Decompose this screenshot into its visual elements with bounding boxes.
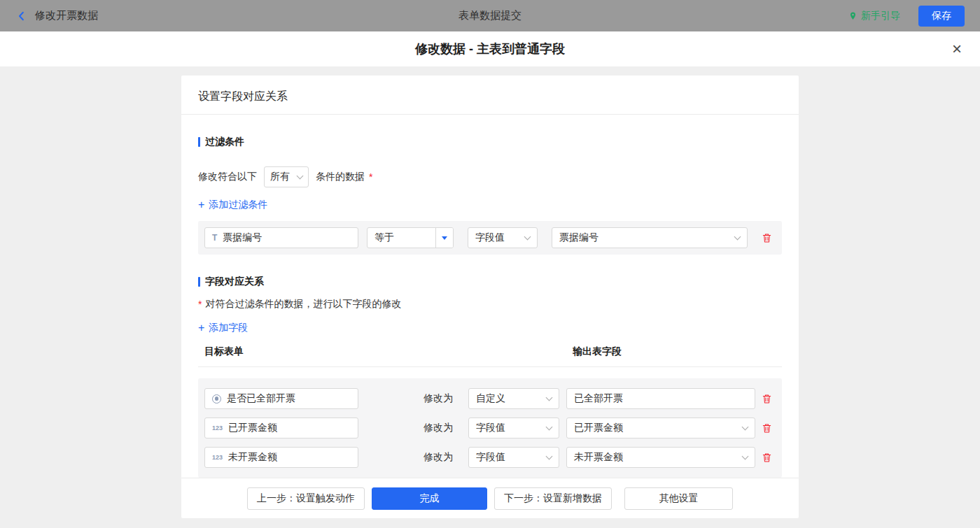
prev-step-button[interactable]: 上一步：设置触发动作	[247, 487, 365, 510]
dialog-title: 修改数据 - 主表到普通字段	[415, 41, 565, 57]
modify-type-select[interactable]: 字段值	[468, 418, 559, 438]
trash-icon	[762, 393, 772, 404]
close-icon[interactable]: ×	[952, 41, 962, 57]
filter-field-input[interactable]: T 票据编号	[204, 227, 358, 248]
number-field-icon: 123	[212, 454, 223, 461]
output-field-select[interactable]: 未开票金额	[566, 447, 755, 468]
custom-value: 已全部开票	[574, 392, 623, 405]
modify-type-value: 自定义	[476, 392, 505, 405]
caret-down-icon	[442, 236, 447, 240]
delete-row-button[interactable]	[762, 393, 772, 404]
dialog-footer: 上一步：设置触发动作 完成 下一步：设置新增数据 其他设置	[181, 478, 799, 518]
delete-row-button[interactable]	[762, 422, 772, 434]
filter-section-title: 过滤条件	[198, 136, 782, 148]
chevron-down-icon	[546, 453, 553, 460]
target-field-value: 是否已全部开票	[227, 392, 295, 405]
filter-value-type-select[interactable]: 字段值	[468, 227, 538, 248]
condition-suffix: 条件的数据	[316, 171, 365, 183]
chevron-down-icon	[297, 173, 304, 180]
value-type-value: 字段值	[475, 231, 505, 244]
filter-condition-row: T 票据编号 等于 字段值 票据编号	[198, 221, 782, 255]
dialog-body: 设置字段对应关系 过滤条件 修改符合以下 所有 条件的数据 * + 添加过滤条件	[0, 66, 980, 528]
custom-value-input[interactable]: 已全部开票	[566, 388, 755, 409]
filter-field-value: 票据编号	[223, 231, 262, 244]
target-field-input[interactable]: 123 未开票金额	[204, 447, 358, 468]
required-asterisk: *	[198, 299, 202, 310]
trash-icon	[762, 422, 772, 434]
modify-type-select[interactable]: 自定义	[468, 388, 559, 409]
add-filter-condition-link[interactable]: + 添加过滤条件	[198, 199, 267, 211]
target-field-value: 已开票金额	[228, 422, 277, 434]
add-field-link[interactable]: + 添加字段	[198, 322, 248, 334]
dialog-header: 修改数据 - 主表到普通字段 ×	[0, 31, 980, 66]
mapping-row: 123 已开票金额 修改为 字段值 已开票金额	[204, 418, 772, 438]
other-settings-button[interactable]: 其他设置	[624, 487, 733, 510]
modify-type-value: 字段值	[476, 451, 505, 464]
number-field-icon: 123	[212, 424, 223, 431]
filter-value: 票据编号	[559, 231, 598, 244]
plus-icon: +	[198, 322, 204, 334]
output-field-value: 未开票金额	[574, 451, 623, 464]
modify-to-label: 修改为	[424, 451, 453, 464]
settings-card: 设置字段对应关系 过滤条件 修改符合以下 所有 条件的数据 * + 添加过滤条件	[181, 76, 799, 518]
save-button[interactable]: 保存	[918, 6, 965, 27]
operator-value: 等于	[368, 231, 435, 244]
text-field-icon: T	[212, 233, 217, 243]
guide-label: 新手引导	[861, 10, 900, 22]
filter-value-select[interactable]: 票据编号	[552, 227, 748, 248]
card-title: 设置字段对应关系	[181, 76, 799, 115]
mapping-column-headers: 目标表单 输出表字段	[198, 345, 782, 367]
chevron-down-icon	[524, 234, 531, 241]
radio-field-icon	[212, 394, 221, 404]
chevron-down-icon	[742, 424, 749, 431]
modify-type-value: 字段值	[476, 422, 505, 434]
chevron-left-icon	[15, 10, 28, 22]
chevron-down-icon	[546, 424, 553, 431]
modify-to-label: 修改为	[424, 392, 453, 405]
mapping-row: 123 未开票金额 修改为 字段值 未开票金额	[204, 447, 772, 468]
location-pin-icon	[848, 10, 858, 22]
plus-icon: +	[198, 199, 204, 211]
output-field-select[interactable]: 已开票金额	[566, 418, 755, 438]
done-button[interactable]: 完成	[372, 487, 487, 510]
filter-operator-select[interactable]: 等于	[367, 227, 454, 248]
trash-icon	[762, 452, 772, 463]
section-marker	[198, 137, 200, 147]
modify-type-select[interactable]: 字段值	[468, 447, 559, 468]
back-label[interactable]: 修改开票数据	[35, 9, 98, 22]
back-button[interactable]	[15, 10, 28, 22]
operator-dropdown-button[interactable]	[435, 228, 453, 248]
delete-row-button[interactable]	[762, 452, 772, 463]
mapping-rows-panel: 是否已全部开票 修改为 自定义 已全部开票	[198, 378, 782, 478]
column-target-form: 目标表单	[204, 345, 244, 357]
chevron-down-icon	[742, 453, 749, 460]
next-step-button[interactable]: 下一步：设置新增数据	[494, 487, 612, 510]
condition-line: 修改符合以下 所有 条件的数据 *	[198, 166, 782, 187]
target-field-input[interactable]: 123 已开票金额	[204, 418, 358, 438]
chevron-down-icon	[546, 394, 553, 401]
output-field-value: 已开票金额	[574, 422, 623, 434]
mapping-description: * 对符合过滤条件的数据，进行以下字段的修改	[198, 298, 782, 311]
trash-icon	[762, 232, 772, 243]
chevron-down-icon	[734, 234, 741, 241]
mapping-row: 是否已全部开票 修改为 自定义 已全部开票	[204, 388, 772, 409]
top-bar: 修改开票数据 表单数据提交 新手引导 保存	[0, 0, 980, 31]
condition-prefix: 修改符合以下	[198, 171, 257, 183]
mapping-section-title: 字段对应关系	[198, 276, 782, 288]
match-mode-value: 所有	[270, 171, 290, 183]
column-output-field: 输出表字段	[573, 345, 622, 358]
section-marker	[198, 277, 200, 287]
beginner-guide-link[interactable]: 新手引导	[848, 10, 900, 22]
modify-to-label: 修改为	[424, 422, 453, 434]
match-mode-select[interactable]: 所有	[264, 166, 309, 187]
target-field-input[interactable]: 是否已全部开票	[204, 388, 358, 409]
delete-filter-button[interactable]	[762, 232, 772, 243]
target-field-value: 未开票金额	[228, 451, 277, 464]
page-title: 表单数据提交	[458, 9, 522, 22]
required-asterisk: *	[369, 171, 372, 183]
